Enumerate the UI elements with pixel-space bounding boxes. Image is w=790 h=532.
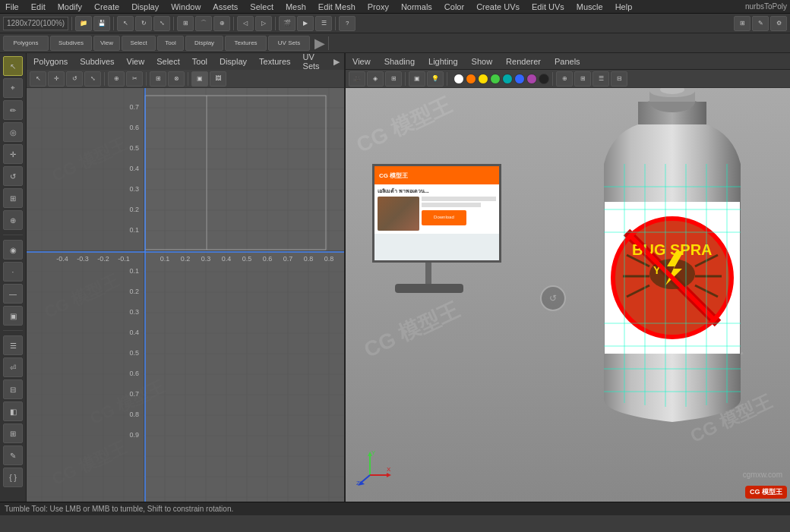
- menu-mesh[interactable]: Mesh: [283, 2, 308, 11]
- uv-grid-btn[interactable]: ⊞: [150, 71, 166, 87]
- swatch-purple[interactable]: [526, 74, 537, 84]
- uv-scale-btn[interactable]: ⤡: [84, 71, 101, 87]
- swatch-white[interactable]: [453, 74, 464, 84]
- sculpt-tool-button[interactable]: ◎: [3, 122, 23, 142]
- uv-move-btn[interactable]: ✛: [48, 71, 65, 87]
- rotate-tool-button[interactable]: ↻: [135, 16, 152, 31]
- uv-cut-btn[interactable]: ✂: [126, 71, 143, 87]
- uv-rotate-btn[interactable]: ↺: [66, 71, 83, 87]
- render-button[interactable]: 🎬: [279, 16, 295, 31]
- menu-edit-uvs[interactable]: Edit UVs: [529, 2, 567, 11]
- vp-menu-lighting[interactable]: Lighting: [426, 57, 460, 66]
- edge-button[interactable]: —: [3, 284, 23, 304]
- vp-snap-mode-btn[interactable]: ⊕: [556, 71, 573, 87]
- select-tool-button[interactable]: ↖: [3, 56, 23, 76]
- channel-box-side-button[interactable]: ⊞: [3, 423, 23, 443]
- attribute-button[interactable]: ✎: [3, 445, 23, 465]
- channel-box-button[interactable]: ⊞: [734, 16, 750, 31]
- face-button[interactable]: ▣: [3, 306, 23, 326]
- vp-grid-btn[interactable]: ⊞: [574, 71, 591, 87]
- menu-create[interactable]: Create: [92, 2, 122, 11]
- snap-point-button[interactable]: ⊕: [213, 16, 230, 31]
- move-manip-button[interactable]: ✛: [3, 144, 23, 164]
- uv-menu-view[interactable]: View: [125, 57, 147, 66]
- vertex-button[interactable]: ·: [3, 262, 23, 282]
- uv-snap-btn[interactable]: ⊗: [168, 71, 185, 87]
- menu-modify[interactable]: Modify: [55, 2, 84, 11]
- menu-file[interactable]: File: [3, 2, 21, 11]
- menu-display[interactable]: Display: [129, 2, 161, 11]
- menu-muscle[interactable]: Muscle: [574, 2, 605, 11]
- menu-normals[interactable]: Normals: [399, 2, 434, 11]
- swatch-dark[interactable]: [539, 74, 549, 84]
- vp-panel-btn[interactable]: ⊟: [611, 71, 627, 87]
- display-layer-side-button[interactable]: ◧: [3, 401, 23, 421]
- menu-window[interactable]: Window: [169, 2, 203, 11]
- polygons-tab[interactable]: Polygons: [3, 36, 49, 51]
- textures-tab[interactable]: Textures: [225, 36, 267, 51]
- uv-menu-uvsets[interactable]: UV Sets: [301, 52, 323, 71]
- vp-hud-btn[interactable]: ☰: [592, 71, 609, 87]
- select-tab[interactable]: Select: [122, 36, 156, 51]
- display-layer-button[interactable]: ☰: [315, 16, 332, 31]
- menu-create-uvs[interactable]: Create UVs: [474, 2, 522, 11]
- uv-select-btn[interactable]: ↖: [30, 71, 46, 87]
- vp-menu-view[interactable]: View: [350, 57, 373, 66]
- open-folder-button[interactable]: 📁: [75, 16, 92, 31]
- rotate-manip-button[interactable]: ↺: [3, 166, 23, 186]
- menu-assets[interactable]: Assets: [210, 2, 240, 11]
- uv-menu-textures[interactable]: Textures: [257, 57, 293, 66]
- swatch-yellow[interactable]: [478, 74, 488, 84]
- menu-edit-mesh[interactable]: Edit Mesh: [316, 2, 358, 11]
- vp-menu-panels[interactable]: Panels: [552, 57, 583, 66]
- tool-settings-button[interactable]: ⚙: [770, 16, 787, 31]
- menu-help[interactable]: Help: [613, 2, 635, 11]
- view-tab[interactable]: View: [93, 36, 120, 51]
- menu-color[interactable]: Color: [442, 2, 466, 11]
- rotate-handle-icon[interactable]: ↺: [540, 285, 566, 311]
- history-button[interactable]: ◁: [237, 16, 254, 31]
- lasso-tool-button[interactable]: ⌖: [3, 78, 23, 98]
- ipr-button[interactable]: ▶: [297, 16, 314, 31]
- uv-texture-btn[interactable]: 🖼: [210, 71, 226, 87]
- soft-select-button[interactable]: ◉: [3, 240, 23, 260]
- uv-menu-select[interactable]: Select: [154, 57, 182, 66]
- snap-curve-button[interactable]: ⌒: [195, 16, 212, 31]
- vp-menu-shading[interactable]: Shading: [382, 57, 417, 66]
- layer-button[interactable]: ☰: [3, 335, 23, 355]
- menu-edit[interactable]: Edit: [29, 2, 48, 11]
- uv-sew-btn[interactable]: ⊕: [108, 71, 125, 87]
- subdives-tab[interactable]: Subdives: [50, 36, 92, 51]
- attr-editor-button[interactable]: ✎: [752, 16, 769, 31]
- vp-light-btn[interactable]: 💡: [427, 71, 444, 87]
- script-editor-button[interactable]: { }: [3, 467, 23, 487]
- vp-menu-show[interactable]: Show: [469, 57, 495, 66]
- uv-sets-tab[interactable]: UV Sets: [268, 36, 310, 51]
- uv-menu-polygons[interactable]: Polygons: [31, 57, 70, 66]
- paint-tool-button[interactable]: ✏: [3, 100, 23, 120]
- scale-manip-button[interactable]: ⊞: [3, 188, 23, 208]
- uv-checkered-btn[interactable]: ▣: [191, 71, 208, 87]
- vp-menu-renderer[interactable]: Renderer: [504, 57, 543, 66]
- swatch-blue[interactable]: [514, 74, 525, 84]
- swatch-teal[interactable]: [502, 74, 513, 84]
- anim-layer-button[interactable]: ⏎: [3, 357, 23, 377]
- tool-tab[interactable]: Tool: [157, 36, 184, 51]
- uv-menu-display[interactable]: Display: [217, 57, 249, 66]
- scale-tool-button[interactable]: ⤡: [153, 16, 170, 31]
- vp-wireframe-btn[interactable]: ⊞: [385, 71, 402, 87]
- viewport-3d-content[interactable]: CG 模型王 CG 模型王 CG 模型王 CG 模型王 CG 模型王 CG 模型…: [346, 88, 790, 502]
- help-line-button[interactable]: ?: [339, 16, 356, 31]
- save-button[interactable]: 💾: [93, 16, 110, 31]
- snap-grid-button[interactable]: ⊞: [177, 16, 194, 31]
- menu-proxy[interactable]: Proxy: [365, 2, 391, 11]
- vp-camera-btn[interactable]: 🎥: [349, 71, 365, 87]
- vp-shading-btn[interactable]: ◈: [367, 71, 384, 87]
- menu-select[interactable]: Select: [248, 2, 276, 11]
- uv-menu-tool[interactable]: Tool: [190, 57, 210, 66]
- swatch-orange[interactable]: [466, 74, 476, 84]
- redo-button[interactable]: ▷: [255, 16, 272, 31]
- move-tool-button[interactable]: ↖: [117, 16, 134, 31]
- swatch-green[interactable]: [490, 74, 501, 84]
- display-tab[interactable]: Display: [185, 36, 223, 51]
